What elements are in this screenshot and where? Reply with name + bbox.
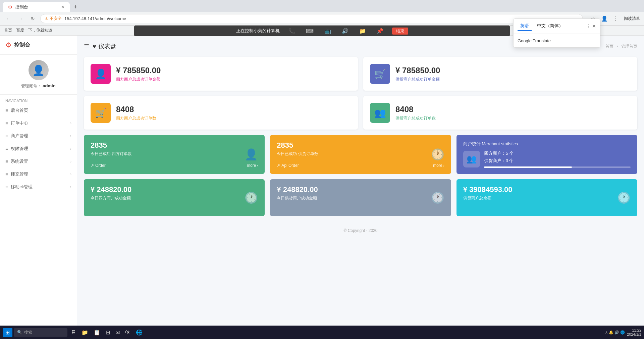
nav-item-label-6: 移动ck管理 <box>11 184 33 190</box>
taskbar-app-explorer[interactable]: 📁 <box>79 328 90 337</box>
sidebar-item-merchants[interactable]: ≡ 商户管理 › <box>0 130 77 142</box>
sidebar-item-orders[interactable]: ≡ 订单中心 › <box>0 117 77 130</box>
supplier-amount-body: ¥ 785850.00 供货商户总成功订单金额 <box>395 66 631 82</box>
screen-icon-button[interactable]: 📺 <box>322 27 333 35</box>
translate-settings-button[interactable]: ⋮ <box>586 23 591 29</box>
reload-button[interactable]: ↻ <box>28 14 38 23</box>
url-bar[interactable]: ⚠ 不安全 154.197.48.141/admin/welcome <box>40 14 583 23</box>
chevron-right-icon-3: › <box>70 146 71 151</box>
folder-icon-button[interactable]: 📁 <box>357 27 368 35</box>
menu-button[interactable]: ⋮ <box>611 14 621 23</box>
sifang-count-icon: 🛒 <box>91 103 111 123</box>
sidebar-item-dashboard[interactable]: ≡ 后台首页 <box>0 104 77 117</box>
sidebar-item-permissions[interactable]: ≡ 权限管理 › <box>0 142 77 155</box>
supplier-balance-icon: 🕐 <box>617 191 631 204</box>
nav-item-label-4: 系统设置 <box>11 158 28 164</box>
supplier-amount-icon: 🛒 <box>370 64 390 84</box>
breadcrumb-home-link[interactable]: 首页 <box>605 44 613 49</box>
more-label-0: more <box>247 163 256 168</box>
footer: © Copyright - 2020 <box>84 222 637 240</box>
heart-icon: ♥ <box>93 43 96 50</box>
supplier-balance-card: ¥ 39084593.00 供货商户总余额 🕐 <box>457 179 637 216</box>
taskbar-app-mail[interactable]: ✉ <box>113 328 122 337</box>
merchant-stats-title: 商户统计 Merchant statistics <box>463 141 631 147</box>
phone-icon-button[interactable]: 📞 <box>286 27 297 35</box>
sifang-amount-icon: 👤 <box>91 64 111 84</box>
api-order-link[interactable]: ↗ Api Order <box>277 163 299 168</box>
translate-close-button[interactable]: ✕ <box>592 23 596 29</box>
tab-title: 控制台 <box>15 4 28 10</box>
sidebar-logo-icon: ⚙ <box>5 41 11 49</box>
page-title: ♥ 仪表盘 <box>93 42 116 50</box>
taskbar-app-ie[interactable]: 🖥 <box>69 328 78 337</box>
order-more-link[interactable]: more › <box>247 163 258 168</box>
merchant-stats-details: 四方商户：5 个 供货商户：3 个 <box>484 150 631 168</box>
sidebar-title: 控制台 <box>14 42 30 49</box>
forward-button[interactable]: → <box>16 14 25 23</box>
stat-card-supplier-amount: 🛒 ¥ 785850.00 供货商户总成功订单金额 <box>363 57 637 91</box>
nav-item-label-5: 樓充管理 <box>11 171 28 177</box>
merchant-stats-body: 👥 四方商户：5 个 供货商户：3 个 <box>463 150 631 168</box>
sidebar-toggle-button[interactable]: ☰ <box>84 43 89 50</box>
translate-tab-english[interactable]: 英语 <box>518 21 532 31</box>
sifang-amount-value: ¥ 785850.00 <box>116 66 351 75</box>
bookmark-baidu[interactable]: 百度一下，你就知道 <box>16 28 52 33</box>
order-link[interactable]: ↗ Order <box>91 163 106 168</box>
new-tab-button[interactable]: + <box>70 2 82 12</box>
bookmark-home[interactable]: 首页 <box>4 28 12 33</box>
chart-icon: ↗ <box>91 163 94 168</box>
taskbar-app-store[interactable]: 🛍 <box>123 328 132 337</box>
taskbar-search[interactable]: 🔍 搜索 <box>14 328 67 337</box>
translate-tab-chinese[interactable]: 中文（简体） <box>534 21 566 31</box>
nav-item-label-1: 订单中心 <box>11 120 28 126</box>
tab-close-button[interactable]: ✕ <box>61 5 64 9</box>
today-supplier-orders-value: 2835 <box>277 141 444 150</box>
hamburger-icon-3: ≡ <box>5 146 8 151</box>
today-sifang-amount-icon: 🕐 <box>245 191 258 204</box>
order-label: Order <box>95 163 106 168</box>
tab-bar: ⚙ 控制台 ✕ + <box>0 0 644 12</box>
time-display: 11:22 <box>627 328 641 332</box>
api-order-more-link[interactable]: more › <box>433 163 444 168</box>
keyboard-icon-button[interactable]: ⌨ <box>304 27 316 35</box>
supplier-balance-label: 供货商户总余额 <box>463 195 631 201</box>
sound-icon-button[interactable]: 🔊 <box>340 27 351 35</box>
bottom-cards-row-2: ¥ 248820.00 今日四方商户成功金额 🕐 ¥ 248820.00 今日供… <box>84 179 637 216</box>
api-order-label: Api Order <box>281 163 299 168</box>
sidebar-item-recharge[interactable]: ≡ 樓充管理 › <box>0 168 77 181</box>
taskbar-app-apps[interactable]: ⊞ <box>104 328 112 337</box>
control-bar-title: 正在控制小菊的计算机 <box>236 28 280 34</box>
page-content: ☰ ♥ 仪表盘 首页 › 管理首页 👤 ¥ 785850.00 <box>77 36 644 326</box>
today-supplier-orders-card: 2835 今日已成功 供货订单数 🕐 ↗ Api Order more › <box>270 135 451 174</box>
taskbar-app-files[interactable]: 📋 <box>92 328 102 337</box>
hamburger-icon-4: ≡ <box>5 159 8 164</box>
nav-section-label: Navigation <box>0 95 77 104</box>
taskbar-app-chrome[interactable]: 🌐 <box>134 328 145 337</box>
page-title-text: 仪表盘 <box>98 42 116 50</box>
hamburger-icon-1: ≡ <box>5 120 8 126</box>
supplier-count-icon: 👥 <box>370 103 390 123</box>
supplier-amount-value: ¥ 785850.00 <box>395 66 631 75</box>
stat-card-sifang-count: 🛒 8408 四方商户总成功订单数 <box>84 96 358 130</box>
date-display: 2024/1/1 <box>627 332 641 336</box>
pin-icon-button[interactable]: 📌 <box>375 27 385 35</box>
start-button[interactable]: ⊞ <box>3 328 12 337</box>
today-sifang-orders-icon: 👤 <box>245 148 258 161</box>
today-supplier-orders-footer: ↗ Api Order more › <box>277 163 444 168</box>
sidebar-item-mobile[interactable]: ≡ 移动ck管理 › <box>0 181 77 193</box>
taskbar-right: ∧ 🔔 🔊 🌐 11:22 2024/1/1 <box>605 328 641 336</box>
end-control-button[interactable]: 结束 <box>392 28 408 35</box>
sidebar-item-settings[interactable]: ≡ 系统设置 › <box>0 155 77 168</box>
sifang-count-label: 四方商户总成功订单数 <box>116 115 351 121</box>
today-sifang-amount-value: ¥ 248820.00 <box>91 185 258 194</box>
supplier-count-label: 供货商户总成功订单数 <box>395 115 631 121</box>
translate-popup-controls: ⋮ ✕ <box>586 23 596 29</box>
tab-favicon: ⚙ <box>8 4 12 10</box>
taskbar: ⊞ 🔍 搜索 🖥 📁 📋 ⊞ ✉ 🛍 🌐 ∧ 🔔 🔊 🌐 11:22 2024/… <box>0 326 644 339</box>
search-placeholder: 搜索 <box>24 330 32 335</box>
back-button[interactable]: ← <box>4 14 13 23</box>
control-bar: 正在控制小菊的计算机 📞 ⌨ 📺 🔊 📁 📌 结束 <box>134 26 510 36</box>
today-supplier-amount-icon: 🕐 <box>431 191 444 204</box>
profile-button[interactable]: 👤 <box>600 14 609 23</box>
active-tab[interactable]: ⚙ 控制台 ✕ <box>3 2 70 12</box>
